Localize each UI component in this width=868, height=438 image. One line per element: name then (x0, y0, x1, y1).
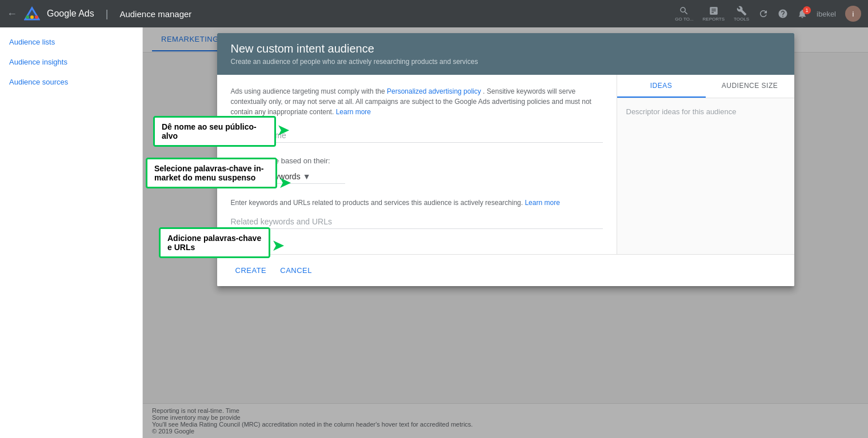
personalized-policy-link[interactable]: Personalized advertising policy (387, 87, 481, 95)
modal-footer: CREATE CANCEL (217, 254, 794, 286)
tab-ideas[interactable]: IDEAS (617, 75, 706, 98)
refresh-button[interactable] (758, 9, 769, 19)
svg-point-4 (35, 15, 38, 19)
related-keywords-input[interactable] (231, 215, 603, 229)
right-panel-content: Descriptor ideas for this audience (617, 98, 794, 254)
notification-count: 1 (803, 6, 811, 14)
annotation-keywords: Selecione palavras-chave in-market do me… (146, 158, 277, 188)
top-navigation: ← Google Ads | Audience manager GO TO...… (0, 0, 868, 27)
search-label: GO TO... (675, 17, 693, 22)
modal-title: New custom intent audience (231, 42, 781, 55)
tools-label: TOOLS (734, 17, 749, 22)
tab-audience-size[interactable]: AUDIENCE SIZE (706, 75, 794, 98)
main-layout: Audience lists Audience insights Audienc… (0, 27, 868, 438)
modal-right-panel: IDEAS AUDIENCE SIZE Descriptor ideas for… (617, 75, 794, 254)
annotation-arrow-2: ➤ (278, 173, 291, 192)
keywords-learn-more-link[interactable]: Learn more (525, 199, 559, 207)
cancel-button[interactable]: CANCEL (275, 262, 317, 279)
learn-more-policy-link[interactable]: Learn more (336, 108, 371, 116)
policy-notice: Ads using audience targeting must comply… (231, 86, 603, 117)
help-button[interactable] (778, 9, 788, 19)
related-keywords-field (231, 215, 603, 229)
annotation-name: Dê nome ao seu público-alvo (153, 116, 276, 147)
back-button[interactable]: ← (7, 8, 17, 20)
search-nav-button[interactable]: GO TO... (675, 6, 693, 22)
reports-label: REPORTS (703, 17, 725, 22)
avatar[interactable]: i (845, 6, 861, 22)
include-label: Include people based on their: (231, 156, 603, 165)
sidebar-item-audience-insights[interactable]: Audience insights (0, 52, 142, 72)
annotation-arrow-3: ➤ (271, 236, 285, 255)
svg-point-3 (26, 15, 29, 19)
user-name[interactable]: ibekel (817, 10, 836, 18)
modal-subtitle: Create an audience of people who are act… (231, 58, 781, 66)
nav-separator: | (106, 8, 109, 20)
descriptor-placeholder: Descriptor ideas for this audience (626, 107, 785, 116)
keywords-hint: Enter keywords and URLs related to produ… (231, 198, 603, 208)
right-panel-tabs: IDEAS AUDIENCE SIZE (617, 75, 794, 98)
sidebar-item-audience-sources[interactable]: Audience sources (0, 72, 142, 92)
dropdown-arrow-icon: ▼ (303, 172, 311, 181)
sidebar: Audience lists Audience insights Audienc… (0, 27, 143, 438)
brand-name: Google Ads (47, 9, 94, 19)
modal-header: New custom intent audience Create an aud… (217, 33, 794, 75)
annotation-arrow-1: ➤ (277, 120, 290, 139)
modal-body: Ads using audience targeting must comply… (217, 75, 794, 254)
tools-nav-button[interactable]: TOOLS (734, 6, 749, 22)
create-button[interactable]: CREATE (231, 262, 271, 279)
sidebar-item-audience-lists[interactable]: Audience lists (0, 32, 142, 52)
new-audience-modal: New custom intent audience Create an aud… (217, 33, 794, 286)
annotation-add-keywords: Adicione palavras-chave e URLs (159, 227, 270, 258)
content-area: REMARKETING New custom intent audience C… (143, 27, 868, 438)
top-nav-right: GO TO... REPORTS TOOLS 1 ibekel i (675, 6, 861, 22)
page-title: Audience manager (119, 9, 191, 19)
google-ads-logo (24, 6, 40, 22)
reports-nav-button[interactable]: REPORTS (703, 6, 725, 22)
notification-button[interactable]: 1 (797, 9, 807, 19)
svg-point-2 (30, 15, 34, 19)
